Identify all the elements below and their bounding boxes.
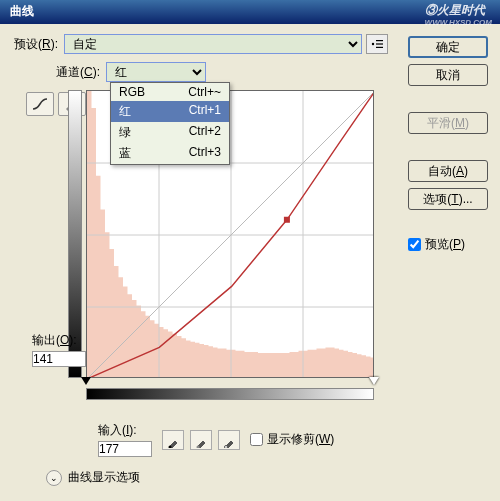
channel-option[interactable]: 红Ctrl+1 [111,101,229,122]
menu-icon [371,39,383,49]
preset-label: 预设(R): [14,36,58,53]
preset-select[interactable]: 自定 [64,34,362,54]
channel-option[interactable]: RGBCtrl+~ [111,83,229,101]
channel-dropdown: RGBCtrl+~红Ctrl+1绿Ctrl+2蓝Ctrl+3 [110,82,230,165]
input-gradient [86,388,374,400]
show-clip-checkbox[interactable]: 显示修剪(W) [250,431,334,448]
black-point-slider[interactable] [81,377,91,385]
show-clip-label: 显示修剪(W) [267,431,334,448]
channel-select[interactable]: 红 [106,62,206,82]
show-clip-input[interactable] [250,433,263,446]
ok-button[interactable]: 确定 [408,36,488,58]
preset-menu-button[interactable] [366,34,388,54]
preview-input[interactable] [408,238,421,251]
input-label: 输入(I): [98,422,152,439]
white-eyedropper[interactable] [218,430,240,450]
svg-rect-2 [376,43,383,44]
svg-rect-11 [284,217,290,223]
channel-label: 通道(C): [56,64,100,81]
title-bar: 曲线 ③火星时代WWW.HXSD.COM [0,0,500,24]
watermark: ③火星时代WWW.HXSD.COM [425,2,492,26]
svg-point-0 [372,43,374,45]
preview-checkbox[interactable]: 预览(P) [408,236,488,253]
curve-tool-icon [31,97,49,111]
preview-label: 预览(P) [425,236,465,253]
eyedropper-icon [194,434,208,448]
channel-option[interactable]: 绿Ctrl+2 [111,122,229,143]
output-label: 输出(O): [32,332,86,349]
svg-rect-3 [376,47,383,48]
svg-point-14 [225,445,228,448]
cancel-button[interactable]: 取消 [408,64,488,86]
curve-tool-button[interactable] [26,92,54,116]
display-options-expander[interactable]: ⌄ 曲线显示选项 [46,469,490,486]
input-field[interactable] [98,441,152,457]
smooth-button[interactable]: 平滑(M) [408,112,488,134]
window-title: 曲线 [10,4,34,18]
chevron-down-icon: ⌄ [46,470,62,486]
eyedropper-icon [166,434,180,448]
options-button[interactable]: 选项(T)... [408,188,488,210]
eyedropper-icon [222,434,236,448]
white-point-slider[interactable] [369,377,379,385]
output-field[interactable] [32,351,86,367]
black-eyedropper[interactable] [162,430,184,450]
channel-option[interactable]: 蓝Ctrl+3 [111,143,229,164]
gray-eyedropper[interactable] [190,430,212,450]
display-options-label: 曲线显示选项 [68,469,140,486]
auto-button[interactable]: 自动(A) [408,160,488,182]
svg-rect-1 [376,40,383,41]
